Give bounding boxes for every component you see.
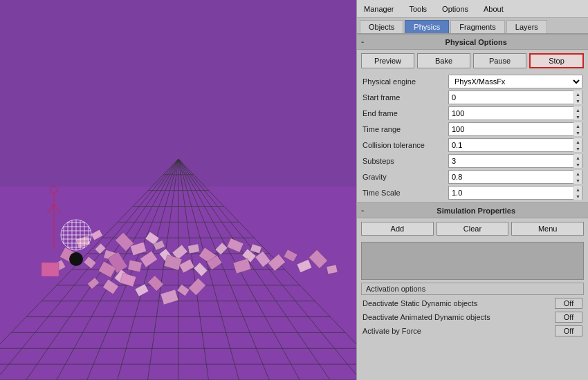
substeps-input-wrap: ▲ ▼ xyxy=(448,154,582,168)
substeps-input[interactable] xyxy=(449,155,573,167)
activation-label-0: Deactivate Static Dynamic objects xyxy=(362,299,552,307)
time-range-row: Time range ▲ ▼ xyxy=(362,122,582,136)
clear-button[interactable]: Clear xyxy=(437,222,509,236)
activation-header: Activation options xyxy=(361,283,584,295)
time-scale-input[interactable] xyxy=(449,187,573,199)
bake-button[interactable]: Bake xyxy=(417,53,470,68)
menu-about[interactable]: About xyxy=(481,3,506,15)
start-frame-up[interactable]: ▲ xyxy=(574,91,582,97)
physical-options-title: Physical Options xyxy=(368,38,584,46)
activation-section: Activation options Deactivate Static Dyn… xyxy=(357,283,588,338)
tabs-row: Objects Physics Fragments Layers xyxy=(357,18,588,34)
menu-button[interactable]: Menu xyxy=(511,222,584,236)
activation-label-1: Deactivate Animated Dynamic objects xyxy=(362,313,552,321)
collision-tolerance-spinner: ▲ ▼ xyxy=(573,138,582,152)
simulation-buttons: Add Clear Menu xyxy=(357,218,588,239)
activation-label-2: Activate by Force xyxy=(362,327,552,335)
activation-toggle-2[interactable]: Off xyxy=(555,325,582,336)
end-frame-label: End frame xyxy=(362,109,445,117)
end-frame-row: End frame ▲ ▼ xyxy=(362,106,582,120)
time-range-input[interactable] xyxy=(449,123,573,135)
pause-button[interactable]: Pause xyxy=(473,53,526,68)
simulation-properties-title: Simulation Properties xyxy=(368,207,584,215)
substeps-down[interactable]: ▼ xyxy=(574,161,582,168)
right-panel: Manager Tools Options About Objects Phys… xyxy=(356,0,588,380)
activation-toggle-1[interactable]: Off xyxy=(555,312,582,323)
activation-row-0: Deactivate Static Dynamic objects Off xyxy=(357,296,588,310)
end-frame-input-wrap: ▲ ▼ xyxy=(448,106,582,120)
gravity-input[interactable] xyxy=(449,171,573,183)
simulation-properties-collapse[interactable]: - xyxy=(361,205,364,216)
start-frame-input[interactable] xyxy=(449,91,573,104)
time-range-spinner: ▲ ▼ xyxy=(573,122,582,136)
substeps-spinner: ▲ ▼ xyxy=(573,154,582,168)
activation-row-1: Deactivate Animated Dynamic objects Off xyxy=(357,310,588,324)
time-range-down[interactable]: ▼ xyxy=(574,129,582,136)
gravity-input-wrap: ▲ ▼ xyxy=(448,170,582,184)
menu-manager[interactable]: Manager xyxy=(361,3,396,15)
physical-engine-select[interactable]: PhysX/MassFx xyxy=(448,75,582,88)
collision-tolerance-input[interactable] xyxy=(449,139,573,151)
physical-engine-label: Physical engine xyxy=(362,77,445,86)
viewport-3d[interactable] xyxy=(0,0,356,380)
substeps-row: Substeps ▲ ▼ xyxy=(362,154,582,168)
time-range-label: Time range xyxy=(362,125,445,133)
physical-options-header: - Physical Options xyxy=(357,34,588,50)
stop-button[interactable]: Stop xyxy=(529,53,584,68)
time-scale-label: Time Scale xyxy=(362,189,445,197)
collision-tolerance-down[interactable]: ▼ xyxy=(574,145,582,152)
start-frame-down[interactable]: ▼ xyxy=(574,97,582,104)
tab-objects[interactable]: Objects xyxy=(360,20,403,33)
gravity-down[interactable]: ▼ xyxy=(574,177,582,184)
collision-tolerance-input-wrap: ▲ ▼ xyxy=(448,138,582,152)
gravity-spinner: ▲ ▼ xyxy=(573,170,582,184)
time-scale-row: Time Scale ▲ ▼ xyxy=(362,186,582,200)
menu-options[interactable]: Options xyxy=(439,3,471,15)
substeps-label: Substeps xyxy=(362,157,445,165)
add-button[interactable]: Add xyxy=(361,222,434,236)
time-scale-down[interactable]: ▼ xyxy=(574,193,582,200)
simulation-properties-header: - Simulation Properties xyxy=(357,202,588,218)
physics-properties: Physical engine PhysX/MassFx Start frame… xyxy=(357,72,588,202)
gravity-up[interactable]: ▲ xyxy=(574,170,582,177)
simulation-area xyxy=(361,242,584,280)
physical-engine-row: Physical engine PhysX/MassFx xyxy=(362,75,582,88)
panel-content: - Physical Options Preview Bake Pause St… xyxy=(357,34,588,380)
end-frame-down[interactable]: ▼ xyxy=(574,113,582,120)
time-scale-input-wrap: ▲ ▼ xyxy=(448,186,582,200)
gravity-label: Gravity xyxy=(362,173,445,181)
gravity-row: Gravity ▲ ▼ xyxy=(362,170,582,184)
end-frame-spinner: ▲ ▼ xyxy=(573,106,582,120)
preview-button[interactable]: Preview xyxy=(361,53,414,68)
physical-options-collapse[interactable]: - xyxy=(361,37,364,47)
collision-tolerance-row: Collision tolerance ▲ ▼ xyxy=(362,138,582,152)
tab-fragments[interactable]: Fragments xyxy=(450,20,505,33)
end-frame-input[interactable] xyxy=(449,107,573,120)
time-range-input-wrap: ▲ ▼ xyxy=(448,122,582,136)
substeps-up[interactable]: ▲ xyxy=(574,154,582,161)
start-frame-spinner: ▲ ▼ xyxy=(573,91,582,104)
collision-tolerance-up[interactable]: ▲ xyxy=(574,138,582,145)
end-frame-up[interactable]: ▲ xyxy=(574,106,582,113)
activation-row-2: Activate by Force Off xyxy=(357,324,588,338)
tab-layers[interactable]: Layers xyxy=(506,20,547,33)
menu-tools[interactable]: Tools xyxy=(406,3,430,15)
viewport-canvas xyxy=(0,0,356,380)
playback-buttons: Preview Bake Pause Stop xyxy=(357,50,588,72)
activation-toggle-0[interactable]: Off xyxy=(555,298,582,309)
time-scale-spinner: ▲ ▼ xyxy=(573,186,582,200)
collision-tolerance-label: Collision tolerance xyxy=(362,141,445,149)
start-frame-input-wrap: ▲ ▼ xyxy=(448,91,582,104)
time-range-up[interactable]: ▲ xyxy=(574,122,582,129)
time-scale-up[interactable]: ▲ xyxy=(574,186,582,193)
start-frame-label: Start frame xyxy=(362,93,445,102)
start-frame-row: Start frame ▲ ▼ xyxy=(362,91,582,104)
tab-physics[interactable]: Physics xyxy=(405,20,449,33)
menubar: Manager Tools Options About xyxy=(357,0,588,18)
